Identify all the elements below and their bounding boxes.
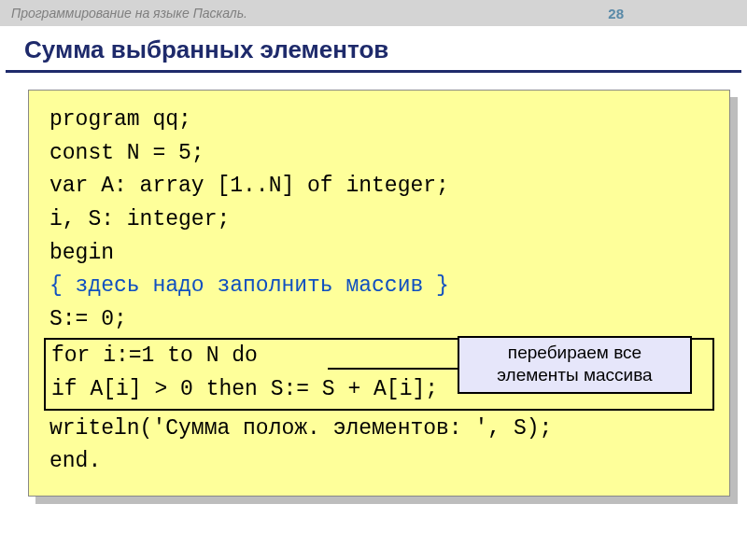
code-comment: { здесь надо заполнить массив } [49, 270, 709, 303]
callout-text: элементы массива [465, 364, 684, 386]
code-line: end. [49, 445, 709, 479]
code-line: var A: array [1..N] of integer; [49, 170, 709, 203]
breadcrumb: Программирование на языке Паскаль. [11, 6, 247, 21]
callout-text: перебираем все [465, 342, 684, 364]
code-line: writeln('Сумма полож. элементов: ', S); [49, 413, 709, 446]
code-container: program qq; const N = 5; var A: array [1… [28, 90, 730, 497]
code-block: program qq; const N = 5; var A: array [1… [28, 90, 730, 497]
code-line: S:= 0; [49, 303, 709, 337]
code-line: i, S: integer; [49, 203, 709, 237]
page-number: 28 [608, 6, 624, 21]
callout-leader-line [328, 368, 468, 370]
code-line: program qq; [49, 104, 709, 137]
callout-box: перебираем все элементы массива [458, 336, 692, 394]
code-line: const N = 5; [49, 137, 709, 171]
page-title: Сумма выбранных элементов [6, 26, 741, 73]
header-bar: Программирование на языке Паскаль. 28 [0, 0, 747, 26]
code-line: begin [49, 237, 709, 271]
